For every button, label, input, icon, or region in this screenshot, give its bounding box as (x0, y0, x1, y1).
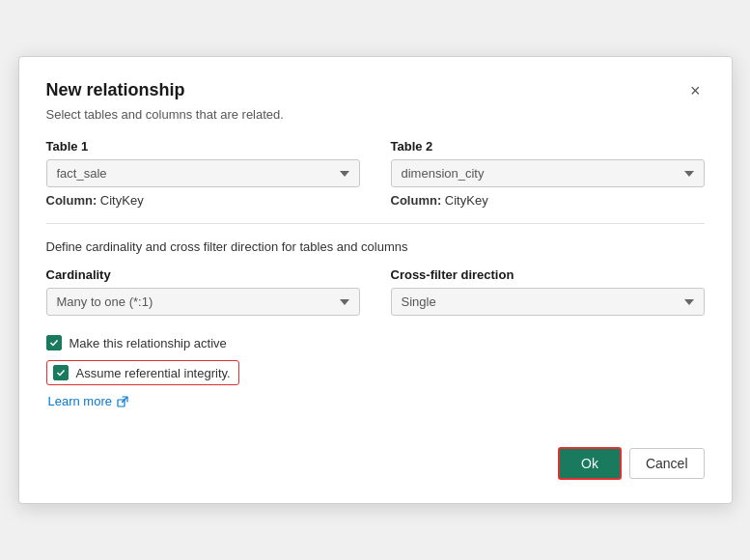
section-description: Define cardinality and cross filter dire… (46, 239, 705, 254)
table1-select[interactable]: fact_sale (46, 159, 360, 187)
external-link-icon (116, 395, 129, 408)
section-divider (46, 223, 705, 224)
table2-column-info: Column: CityKey (391, 193, 705, 208)
cardinality-group: Cardinality Many to one (*:1) One to one… (46, 267, 360, 316)
integrity-checkbox[interactable] (53, 365, 69, 380)
active-checkbox-label: Make this relationship active (69, 336, 227, 350)
cardinality-label: Cardinality (46, 267, 360, 282)
crossfilter-label: Cross-filter direction (391, 267, 705, 282)
crossfilter-group: Cross-filter direction Single Both (391, 267, 705, 316)
table1-group: Table 1 fact_sale Column: CityKey (46, 139, 360, 208)
table1-column-value: CityKey (100, 193, 144, 208)
table1-label: Table 1 (46, 139, 360, 154)
active-checkbox-row: Make this relationship active (46, 335, 705, 350)
table2-group: Table 2 dimension_city Column: CityKey (391, 139, 705, 208)
learn-more-label: Learn more (48, 394, 112, 408)
table1-column-label: Column: (46, 193, 97, 208)
active-checkbox[interactable] (46, 335, 62, 350)
crossfilter-select[interactable]: Single Both (391, 288, 705, 316)
cardinality-row: Cardinality Many to one (*:1) One to one… (46, 267, 705, 316)
close-button[interactable]: × (686, 80, 705, 101)
table2-select[interactable]: dimension_city (391, 159, 705, 187)
new-relationship-dialog: New relationship × Select tables and col… (18, 56, 733, 504)
dialog-title: New relationship (46, 80, 185, 100)
ok-button[interactable]: Ok (558, 447, 622, 480)
table1-column-info: Column: CityKey (46, 193, 360, 208)
dialog-subtitle: Select tables and columns that are relat… (46, 107, 705, 122)
dialog-footer: Ok Cancel (46, 447, 705, 480)
cancel-button[interactable]: Cancel (629, 448, 705, 479)
table2-column-label: Column: (391, 193, 442, 208)
cardinality-select[interactable]: Many to one (*:1) One to one (1:1) One t… (46, 288, 360, 316)
tables-row: Table 1 fact_sale Column: CityKey Table … (46, 139, 705, 208)
integrity-checkbox-label: Assume referential integrity. (76, 366, 231, 380)
table2-column-value: CityKey (445, 193, 488, 208)
learn-more-link[interactable]: Learn more (48, 394, 129, 408)
dialog-header: New relationship × (46, 80, 705, 101)
integrity-row: Assume referential integrity. (46, 360, 705, 385)
integrity-container: Assume referential integrity. (46, 360, 239, 385)
table2-label: Table 2 (391, 139, 705, 154)
